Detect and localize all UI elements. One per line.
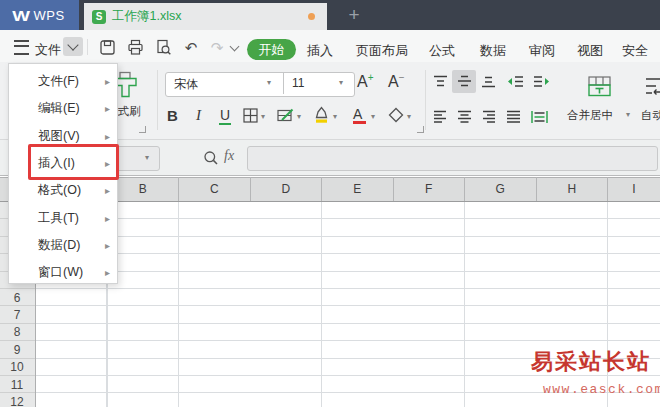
bold-button[interactable]: B	[167, 107, 178, 124]
merge-center-dropdown-icon[interactable]: ▾	[626, 110, 630, 119]
align-left-button[interactable]	[433, 110, 448, 124]
row-header-7[interactable]: 7	[0, 306, 34, 323]
decrease-indent-button[interactable]	[507, 75, 524, 88]
column-header-d[interactable]: D	[251, 177, 323, 201]
row-header-11[interactable]: 11	[0, 376, 34, 393]
eraser-button[interactable]	[388, 107, 404, 123]
file-menu-dropdown-button[interactable]	[63, 37, 83, 56]
column-header-c[interactable]: C	[179, 177, 251, 201]
column-header-h[interactable]: H	[537, 177, 609, 201]
underline-button[interactable]: U	[219, 107, 231, 125]
wps-home-button[interactable]: W WPS	[0, 0, 79, 30]
menu-item-format[interactable]: 格式(O) ▸	[9, 177, 117, 204]
insert-function-button[interactable]: fx	[224, 148, 234, 164]
ribbon-tab-security[interactable]: 安全	[622, 42, 648, 60]
increase-font-size-button[interactable]: A+	[357, 72, 374, 91]
justify-button[interactable]	[506, 110, 521, 124]
merge-center-label[interactable]: 合并居中	[567, 108, 613, 123]
font-group-launcher-icon[interactable]	[417, 126, 424, 133]
row-header-6[interactable]: 6	[0, 289, 34, 306]
column-header-b[interactable]: B	[108, 177, 180, 201]
row-header-12[interactable]: 12	[0, 393, 34, 407]
save-button[interactable]	[97, 37, 117, 57]
font-name-dropdown-icon[interactable]: ▾	[267, 78, 271, 87]
align-center-button[interactable]	[457, 110, 472, 124]
wrap-text-label[interactable]: 自动换行	[641, 108, 660, 123]
titlebar: W WPS S 工作簿1.xlsx +	[0, 0, 660, 30]
column-header-e[interactable]: E	[322, 177, 394, 201]
unsaved-changes-dot-icon	[308, 13, 315, 20]
formula-input[interactable]	[247, 146, 658, 171]
fill-color-button[interactable]	[313, 106, 330, 124]
ribbon-tab-insert[interactable]: 插入	[307, 42, 333, 60]
column-header-f[interactable]: F	[394, 177, 466, 201]
submenu-arrow-icon: ▸	[105, 213, 110, 224]
align-top-icon	[433, 75, 448, 88]
align-right-button[interactable]	[481, 110, 496, 124]
zoom-formula-button[interactable]	[203, 150, 219, 166]
ribbon-tab-formulas[interactable]: 公式	[429, 42, 455, 60]
font-color-dropdown-icon[interactable]: ▾	[371, 112, 375, 121]
italic-button[interactable]: I	[196, 107, 201, 124]
fill-color-dropdown-icon[interactable]: ▾	[333, 112, 337, 121]
justify-icon	[506, 110, 521, 124]
row-header-8[interactable]: 8	[0, 324, 34, 341]
plus-icon: +	[368, 72, 374, 83]
cell-style-dropdown-icon[interactable]: ▾	[297, 112, 301, 121]
ribbon-tab-view[interactable]: 视图	[577, 42, 603, 60]
ribbon-tab-review[interactable]: 审阅	[529, 42, 555, 60]
document-tab[interactable]: S 工作簿1.xlsx	[84, 3, 327, 30]
font-name-select[interactable]: 宋体	[174, 76, 198, 93]
merge-center-button[interactable]	[588, 76, 611, 97]
row-header-9[interactable]: 9	[0, 341, 34, 358]
document-tab-title: 工作簿1.xlsx	[112, 8, 181, 25]
column-header-g[interactable]: G	[465, 177, 537, 201]
new-tab-button[interactable]: +	[340, 2, 368, 28]
redo-button[interactable]: ↷	[207, 37, 227, 57]
borders-dropdown-icon[interactable]: ▾	[261, 112, 265, 121]
submenu-arrow-icon: ▸	[105, 76, 110, 87]
submenu-arrow-icon: ▸	[105, 240, 110, 251]
menu-item-edit[interactable]: 编辑(E) ▸	[9, 95, 117, 122]
cell-style-pen-icon	[277, 108, 294, 123]
font-color-button[interactable]: A	[353, 105, 362, 123]
print-preview-button[interactable]	[153, 37, 173, 57]
ribbon-tab-data[interactable]: 数据	[480, 42, 506, 60]
increase-indent-button[interactable]	[533, 75, 550, 88]
font-color-letter: A	[353, 106, 362, 122]
distribute-icon	[531, 110, 548, 124]
font-size-select[interactable]: 11	[292, 76, 304, 90]
print-icon	[127, 39, 144, 56]
menu-item-data[interactable]: 数据(D) ▸	[9, 232, 117, 259]
align-bottom-button[interactable]	[481, 75, 496, 88]
borders-button[interactable]	[243, 108, 258, 123]
magnifier-icon	[203, 150, 219, 166]
menu-item-file[interactable]: 文件(F) ▸	[9, 68, 117, 95]
cell-style-button[interactable]	[277, 108, 294, 123]
decrease-font-size-button[interactable]: A−	[388, 72, 405, 91]
file-menu-button[interactable]: 文件	[35, 41, 61, 59]
font-size-dropdown-icon[interactable]: ▾	[339, 78, 343, 87]
align-top-button[interactable]	[433, 75, 448, 88]
menu-item-tools[interactable]: 工具(T) ▸	[9, 204, 117, 231]
redo-icon: ↷	[211, 40, 224, 55]
eraser-dropdown-icon[interactable]: ▾	[407, 112, 411, 121]
print-button[interactable]	[125, 37, 145, 57]
clipboard-group-launcher-icon[interactable]	[139, 126, 146, 133]
align-right-icon	[481, 110, 496, 124]
align-middle-button[interactable]	[452, 70, 476, 93]
ribbon-tab-page-layout[interactable]: 页面布局	[356, 42, 408, 60]
wrap-text-button[interactable]	[644, 76, 660, 96]
wps-logo-icon: W	[13, 7, 31, 24]
decrease-indent-icon	[507, 75, 524, 88]
row-header-10[interactable]: 10	[0, 359, 34, 376]
undo-button[interactable]: ↶	[181, 37, 201, 57]
column-header-i[interactable]: I	[608, 177, 660, 201]
name-box-dropdown-icon[interactable]: ▾	[145, 153, 149, 162]
print-preview-icon	[155, 39, 172, 56]
hamburger-menu-icon[interactable]	[14, 40, 29, 55]
menu-item-window[interactable]: 窗口(W) ▸	[9, 259, 117, 286]
minus-icon: −	[399, 72, 405, 83]
ribbon-tab-home[interactable]: 开始	[247, 39, 296, 60]
distribute-button[interactable]	[531, 110, 548, 124]
